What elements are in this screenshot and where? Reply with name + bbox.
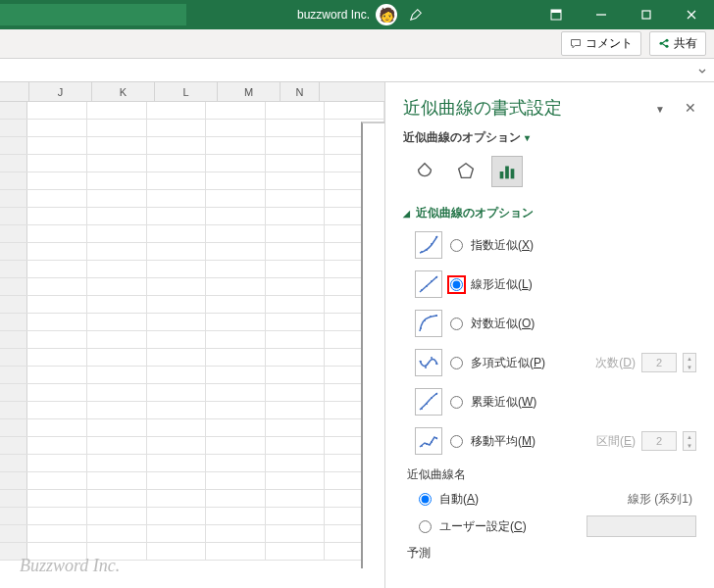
custom-name-row: ユーザー設定(C) [407,515,696,537]
auto-name-row: 自動(A) 線形 (系列1) [407,491,696,508]
moving-average-period-label: 区間(E) [596,433,636,450]
svg-point-33 [435,393,437,395]
grid-row [0,525,384,543]
power-radio[interactable] [450,396,463,409]
moving-average-option-row: 移動平均(M) 区間(E) ▲▼ [403,427,696,455]
col-header[interactable]: L [155,82,218,101]
power-option-row: 累乗近似(W) [403,388,696,416]
svg-rect-12 [511,169,515,178]
power-curve-icon [415,388,442,416]
trendline-name-title: 近似曲線名 [407,466,696,483]
svg-point-35 [426,443,428,445]
logarithmic-curve-icon [415,310,442,337]
svg-point-30 [421,408,423,410]
minimize-button[interactable] [579,0,624,29]
pane-title: 近似曲線の書式設定 [403,96,696,120]
comments-button[interactable]: コメント [561,31,641,56]
grid-row [0,314,384,331]
col-header[interactable]: M [218,82,280,101]
ribbon-display-options[interactable] [534,0,579,29]
moving-average-period-input [641,431,677,451]
linear-radio[interactable] [450,278,463,291]
svg-point-8 [666,44,669,47]
embedded-chart-edge[interactable] [361,122,384,568]
polynomial-order-spinner: ▲▼ [683,353,696,372]
grid-row [0,137,384,155]
svg-point-14 [426,249,428,251]
svg-point-34 [421,445,423,447]
auto-name-label[interactable]: 自動(A) [439,491,479,508]
maximize-button[interactable] [624,0,669,29]
svg-point-23 [424,319,426,321]
grid-row [0,102,384,120]
polynomial-option-row: 多項式近似(P) 次数(D) ▲▼ [403,349,696,376]
chevron-down-icon: ▾ [525,132,530,143]
col-header[interactable]: K [92,82,155,101]
grid-row [0,261,384,278]
close-button[interactable] [669,0,714,29]
grid-row [0,437,384,455]
fill-line-tab-icon[interactable] [409,156,440,187]
grid-row [0,208,384,225]
svg-point-31 [426,403,428,405]
moving-average-label[interactable]: 移動平均(M) [471,433,536,450]
worksheet-area[interactable]: J K L M N Buzzword Inc. [0,82,384,588]
svg-point-29 [435,363,437,365]
svg-point-20 [431,280,433,282]
grid-row [0,296,384,314]
grid-row [0,384,384,402]
trendline-options-tab-icon[interactable] [491,156,523,187]
pane-options-dropdown-icon[interactable]: ▼ [655,104,665,115]
pen-icon[interactable] [409,8,423,22]
custom-name-label[interactable]: ユーザー設定(C) [439,518,527,535]
grid-row [0,349,384,367]
svg-rect-1 [551,10,561,13]
svg-point-25 [435,315,437,317]
watermark-text: Buzzword Inc. [20,556,120,576]
logarithmic-label[interactable]: 対数近似(O) [471,316,535,332]
grid-row [0,508,384,525]
power-label[interactable]: 累乗近似(W) [471,394,536,411]
moving-average-radio[interactable] [450,435,463,448]
grid-row [0,419,384,437]
comments-label: コメント [586,35,633,52]
svg-point-22 [420,327,422,329]
share-button[interactable]: 共有 [649,31,706,56]
col-header[interactable]: J [29,82,92,101]
svg-rect-3 [642,11,650,19]
linear-option-row: 線形近似(L) [403,270,696,298]
pane-subtitle[interactable]: 近似曲線のオプション ▾ [403,129,696,146]
formula-bar [0,59,714,82]
auto-name-radio[interactable] [419,493,432,506]
exponential-label[interactable]: 指数近似(X) [471,237,534,254]
svg-point-16 [435,236,437,238]
svg-point-37 [435,437,437,439]
title-bar: buzzword Inc. 🧑 [0,0,714,29]
svg-point-13 [421,251,423,253]
search-box-bg[interactable] [0,4,186,25]
logarithmic-radio[interactable] [450,318,463,330]
select-all-corner[interactable] [0,82,29,101]
custom-name-input [586,515,696,537]
pane-close-icon[interactable]: ✕ [685,100,696,116]
effects-tab-icon[interactable] [450,156,482,187]
user-avatar[interactable]: 🧑 [376,4,397,25]
trendline-options-section-header[interactable]: ◢ 近似曲線のオプション [403,205,696,221]
polynomial-label[interactable]: 多項式近似(P) [471,355,545,371]
svg-point-28 [431,357,433,359]
svg-point-7 [660,41,663,44]
collapse-triangle-icon: ◢ [403,209,410,219]
formula-expand-icon[interactable] [694,63,710,78]
polynomial-radio[interactable] [450,357,463,369]
svg-point-27 [425,367,427,368]
linear-label[interactable]: 線形近似(L) [471,276,533,293]
col-header[interactable]: N [280,82,320,101]
exponential-radio[interactable] [450,239,463,252]
pane-subtitle-label: 近似曲線のオプション [403,129,521,146]
polynomial-order-input [641,353,677,372]
exponential-option-row: 指数近似(X) [403,231,696,259]
share-label: 共有 [674,35,697,52]
svg-point-21 [435,276,437,278]
auto-name-value: 線形 (系列1) [628,491,696,508]
custom-name-radio[interactable] [419,520,432,533]
